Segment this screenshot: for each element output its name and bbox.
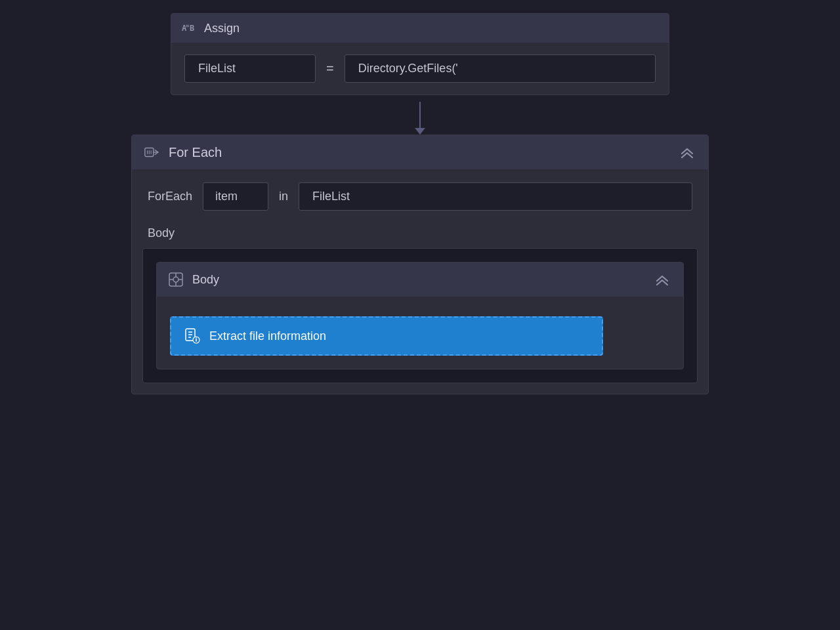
inner-body-title: Body	[192, 273, 219, 287]
inner-body-header-left: Body	[167, 271, 219, 288]
inner-body-header: Body	[157, 262, 683, 297]
foreach-item-field[interactable]: item	[203, 182, 268, 211]
inner-body-block: Body	[156, 262, 684, 369]
svg-point-16	[196, 337, 197, 338]
assign-header: A = B Assign	[171, 14, 669, 43]
assign-title: Assign	[204, 22, 240, 35]
foreach-header: For Each	[132, 135, 708, 169]
assign-variable-field[interactable]: FileList	[184, 54, 316, 83]
svg-text:B: B	[190, 24, 194, 33]
body-label: Body	[132, 224, 708, 248]
foreach-collection-field[interactable]: FileList	[299, 182, 692, 211]
foreach-in-keyword: in	[279, 190, 288, 203]
assign-body: FileList = Directory.GetFiles('	[171, 43, 669, 94]
foreach-header-left: For Each	[142, 143, 222, 161]
inner-body-content: Extract file information	[157, 297, 683, 369]
extract-file-info-label: Extract file information	[209, 329, 326, 343]
inner-body-icon	[167, 271, 184, 288]
foreach-title: For Each	[169, 145, 222, 160]
foreach-body-container: Body	[142, 248, 698, 383]
foreach-icon	[142, 143, 161, 161]
svg-text:=: =	[186, 23, 189, 30]
assign-equals-sign: =	[326, 61, 334, 76]
assign-icon: A = B	[182, 20, 198, 36]
connector-line	[419, 102, 421, 128]
assign-value-field[interactable]: Directory.GetFiles('	[345, 54, 656, 83]
foreach-label: ForEach	[148, 190, 192, 203]
workflow-canvas: A = B Assign FileList = Directory.GetFil…	[0, 0, 840, 630]
connector-arrow	[415, 95, 425, 135]
inner-body-collapse-button[interactable]	[652, 269, 673, 290]
connector-arrowhead	[415, 128, 425, 135]
foreach-block: For Each ForEach item in FileList Body	[131, 135, 709, 394]
extract-file-info-activity[interactable]: Extract file information	[170, 316, 603, 356]
svg-point-5	[173, 277, 178, 282]
extract-file-icon	[183, 327, 201, 345]
foreach-collapse-button[interactable]	[677, 142, 698, 163]
foreach-params: ForEach item in FileList	[132, 169, 708, 224]
assign-block: A = B Assign FileList = Directory.GetFil…	[171, 13, 669, 95]
